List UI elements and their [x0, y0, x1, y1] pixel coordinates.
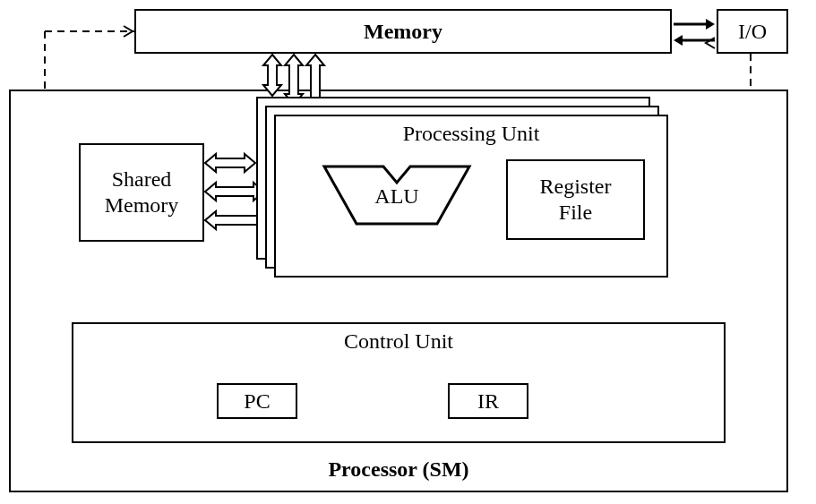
memory-label: Memory — [364, 20, 442, 44]
sm-pu-arrow-1 — [205, 154, 255, 172]
svg-marker-2 — [674, 35, 683, 46]
processing-unit-label: Processing Unit — [276, 122, 666, 146]
svg-marker-14 — [263, 55, 281, 96]
pc-box: PC — [217, 383, 297, 419]
control-unit-label: Control Unit — [344, 329, 453, 354]
mem-pu-arrow-1 — [263, 55, 281, 96]
memory-io-arrow-left — [674, 34, 715, 47]
alu-label: ALU — [374, 184, 418, 209]
shared-memory-box: Shared Memory — [79, 143, 204, 242]
processor-label: Processor (SM) — [328, 457, 468, 482]
register-file-box: Register File — [506, 159, 645, 240]
io-box: I/O — [717, 9, 788, 54]
alu-shape: ALU — [321, 163, 473, 227]
pc-label: PC — [244, 389, 270, 414]
io-label: I/O — [738, 20, 767, 44]
shared-memory-label: Shared Memory — [105, 167, 179, 218]
memory-io-arrow-right — [674, 18, 715, 30]
memory-box: Memory — [134, 9, 672, 54]
ir-box: IR — [448, 383, 528, 419]
control-unit-box: Control Unit — [72, 322, 726, 443]
ir-label: IR — [477, 389, 499, 414]
register-file-label: Register File — [540, 174, 612, 226]
svg-marker-17 — [205, 154, 255, 172]
svg-marker-1 — [706, 19, 715, 30]
